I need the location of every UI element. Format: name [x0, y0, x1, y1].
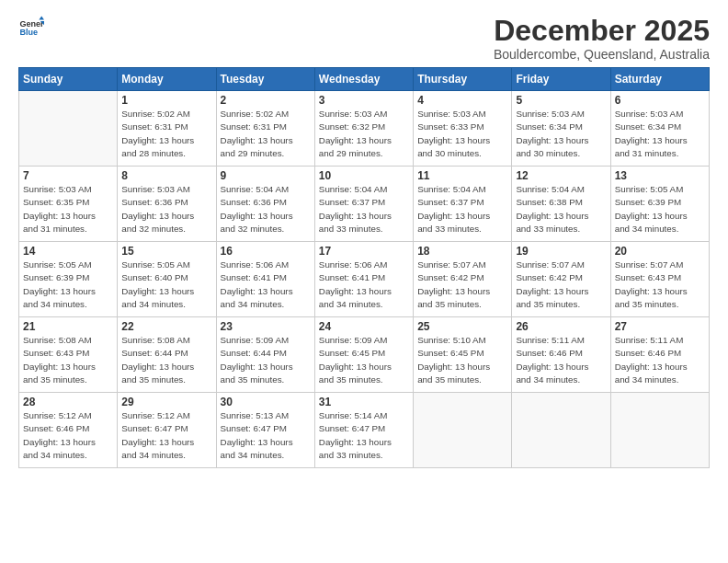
- day-detail: Sunrise: 5:03 AM Sunset: 6:35 PM Dayligh…: [23, 183, 113, 236]
- svg-text:Blue: Blue: [19, 28, 38, 37]
- day-detail: Sunrise: 5:04 AM Sunset: 6:38 PM Dayligh…: [516, 183, 606, 236]
- calendar-cell: 1Sunrise: 5:02 AM Sunset: 6:31 PM Daylig…: [118, 91, 216, 167]
- calendar-cell: 7Sunrise: 5:03 AM Sunset: 6:35 PM Daylig…: [19, 167, 118, 242]
- calendar-cell: 18Sunrise: 5:07 AM Sunset: 6:42 PM Dayli…: [414, 242, 512, 317]
- day-number: 27: [615, 320, 705, 333]
- day-detail: Sunrise: 5:03 AM Sunset: 6:34 PM Dayligh…: [615, 108, 705, 160]
- calendar-cell: 27Sunrise: 5:11 AM Sunset: 6:46 PM Dayli…: [610, 317, 709, 393]
- calendar-cell: 23Sunrise: 5:09 AM Sunset: 6:44 PM Dayli…: [216, 317, 314, 393]
- day-detail: Sunrise: 5:14 AM Sunset: 6:47 PM Dayligh…: [319, 409, 409, 462]
- calendar-cell: 14Sunrise: 5:05 AM Sunset: 6:39 PM Dayli…: [19, 242, 118, 317]
- calendar-cell: [512, 393, 610, 468]
- calendar-cell: 28Sunrise: 5:12 AM Sunset: 6:46 PM Dayli…: [19, 393, 118, 468]
- calendar-cell: 31Sunrise: 5:14 AM Sunset: 6:47 PM Dayli…: [314, 393, 413, 468]
- day-detail: Sunrise: 5:02 AM Sunset: 6:31 PM Dayligh…: [121, 108, 211, 160]
- day-number: 25: [417, 320, 507, 333]
- svg-marker-2: [39, 16, 44, 19]
- day-number: 3: [319, 94, 409, 107]
- calendar-cell: 24Sunrise: 5:09 AM Sunset: 6:45 PM Dayli…: [314, 317, 413, 393]
- calendar-cell: 29Sunrise: 5:12 AM Sunset: 6:47 PM Dayli…: [118, 393, 216, 468]
- day-detail: Sunrise: 5:02 AM Sunset: 6:31 PM Dayligh…: [221, 108, 311, 160]
- calendar-table: SundayMondayTuesdayWednesdayThursdayFrid…: [18, 67, 710, 468]
- header: General Blue December 2025 Bouldercombe,…: [18, 15, 710, 62]
- day-number: 4: [417, 94, 507, 107]
- calendar-cell: [19, 91, 118, 167]
- day-detail: Sunrise: 5:10 AM Sunset: 6:45 PM Dayligh…: [417, 334, 507, 386]
- calendar-cell: [610, 393, 709, 468]
- day-detail: Sunrise: 5:03 AM Sunset: 6:32 PM Dayligh…: [319, 108, 409, 160]
- day-number: 28: [23, 396, 113, 408]
- calendar-cell: 2Sunrise: 5:02 AM Sunset: 6:31 PM Daylig…: [216, 91, 314, 167]
- day-detail: Sunrise: 5:04 AM Sunset: 6:36 PM Dayligh…: [221, 183, 311, 236]
- day-detail: Sunrise: 5:06 AM Sunset: 6:41 PM Dayligh…: [319, 259, 409, 311]
- day-number: 18: [417, 245, 507, 258]
- day-detail: Sunrise: 5:06 AM Sunset: 6:41 PM Dayligh…: [221, 259, 311, 311]
- month-title: December 2025: [494, 15, 710, 47]
- day-detail: Sunrise: 5:07 AM Sunset: 6:42 PM Dayligh…: [417, 259, 507, 311]
- calendar-cell: 25Sunrise: 5:10 AM Sunset: 6:45 PM Dayli…: [414, 317, 512, 393]
- day-detail: Sunrise: 5:08 AM Sunset: 6:43 PM Dayligh…: [23, 334, 113, 386]
- day-number: 26: [516, 320, 606, 333]
- calendar-week-row: 7Sunrise: 5:03 AM Sunset: 6:35 PM Daylig…: [19, 167, 710, 242]
- day-number: 29: [121, 396, 211, 408]
- calendar-cell: 22Sunrise: 5:08 AM Sunset: 6:44 PM Dayli…: [118, 317, 216, 393]
- logo: General Blue: [18, 15, 44, 40]
- day-number: 11: [417, 169, 507, 182]
- calendar-cell: 17Sunrise: 5:06 AM Sunset: 6:41 PM Dayli…: [314, 242, 413, 317]
- day-of-week-header: Saturday: [610, 68, 709, 91]
- calendar-cell: 13Sunrise: 5:05 AM Sunset: 6:39 PM Dayli…: [610, 167, 709, 242]
- day-of-week-header: Friday: [512, 68, 610, 91]
- day-number: 21: [23, 320, 113, 333]
- location: Bouldercombe, Queensland, Australia: [494, 47, 710, 62]
- day-number: 13: [615, 169, 705, 182]
- day-number: 2: [221, 94, 311, 107]
- day-detail: Sunrise: 5:09 AM Sunset: 6:44 PM Dayligh…: [221, 334, 311, 386]
- calendar-cell: 12Sunrise: 5:04 AM Sunset: 6:38 PM Dayli…: [512, 167, 610, 242]
- calendar-week-row: 28Sunrise: 5:12 AM Sunset: 6:46 PM Dayli…: [19, 393, 710, 468]
- calendar-week-row: 14Sunrise: 5:05 AM Sunset: 6:39 PM Dayli…: [19, 242, 710, 317]
- day-of-week-header: Wednesday: [314, 68, 413, 91]
- day-detail: Sunrise: 5:07 AM Sunset: 6:43 PM Dayligh…: [615, 259, 705, 311]
- day-number: 6: [615, 94, 705, 107]
- day-detail: Sunrise: 5:12 AM Sunset: 6:46 PM Dayligh…: [23, 409, 113, 462]
- day-number: 20: [615, 245, 705, 258]
- calendar-cell: 11Sunrise: 5:04 AM Sunset: 6:37 PM Dayli…: [414, 167, 512, 242]
- page-container: General Blue December 2025 Bouldercombe,…: [0, 0, 728, 477]
- day-detail: Sunrise: 5:11 AM Sunset: 6:46 PM Dayligh…: [516, 334, 606, 386]
- day-number: 1: [121, 94, 211, 107]
- calendar-header-row: SundayMondayTuesdayWednesdayThursdayFrid…: [19, 68, 710, 91]
- day-number: 10: [319, 169, 409, 182]
- day-of-week-header: Sunday: [19, 68, 118, 91]
- calendar-cell: 8Sunrise: 5:03 AM Sunset: 6:36 PM Daylig…: [118, 167, 216, 242]
- logo-icon: General Blue: [18, 15, 44, 40]
- day-detail: Sunrise: 5:05 AM Sunset: 6:40 PM Dayligh…: [121, 259, 211, 311]
- day-number: 24: [319, 320, 409, 333]
- day-detail: Sunrise: 5:08 AM Sunset: 6:44 PM Dayligh…: [121, 334, 211, 386]
- day-detail: Sunrise: 5:04 AM Sunset: 6:37 PM Dayligh…: [417, 183, 507, 236]
- calendar-cell: 19Sunrise: 5:07 AM Sunset: 6:42 PM Dayli…: [512, 242, 610, 317]
- calendar-cell: 30Sunrise: 5:13 AM Sunset: 6:47 PM Dayli…: [216, 393, 314, 468]
- day-detail: Sunrise: 5:11 AM Sunset: 6:46 PM Dayligh…: [615, 334, 705, 386]
- day-detail: Sunrise: 5:12 AM Sunset: 6:47 PM Dayligh…: [121, 409, 211, 462]
- calendar-cell: 20Sunrise: 5:07 AM Sunset: 6:43 PM Dayli…: [610, 242, 709, 317]
- day-detail: Sunrise: 5:07 AM Sunset: 6:42 PM Dayligh…: [516, 259, 606, 311]
- day-number: 8: [121, 169, 211, 182]
- calendar-cell: [414, 393, 512, 468]
- day-of-week-header: Thursday: [414, 68, 512, 91]
- day-number: 15: [121, 245, 211, 258]
- calendar-week-row: 21Sunrise: 5:08 AM Sunset: 6:43 PM Dayli…: [19, 317, 710, 393]
- day-number: 17: [319, 245, 409, 258]
- day-number: 9: [221, 169, 311, 182]
- calendar-cell: 21Sunrise: 5:08 AM Sunset: 6:43 PM Dayli…: [19, 317, 118, 393]
- day-detail: Sunrise: 5:03 AM Sunset: 6:33 PM Dayligh…: [417, 108, 507, 160]
- day-detail: Sunrise: 5:05 AM Sunset: 6:39 PM Dayligh…: [615, 183, 705, 236]
- day-number: 22: [121, 320, 211, 333]
- title-block: December 2025 Bouldercombe, Queensland, …: [494, 15, 710, 62]
- day-number: 23: [221, 320, 311, 333]
- day-detail: Sunrise: 5:05 AM Sunset: 6:39 PM Dayligh…: [23, 259, 113, 311]
- day-detail: Sunrise: 5:03 AM Sunset: 6:34 PM Dayligh…: [516, 108, 606, 160]
- calendar-cell: 10Sunrise: 5:04 AM Sunset: 6:37 PM Dayli…: [314, 167, 413, 242]
- calendar-cell: 16Sunrise: 5:06 AM Sunset: 6:41 PM Dayli…: [216, 242, 314, 317]
- day-number: 19: [516, 245, 606, 258]
- day-detail: Sunrise: 5:03 AM Sunset: 6:36 PM Dayligh…: [121, 183, 211, 236]
